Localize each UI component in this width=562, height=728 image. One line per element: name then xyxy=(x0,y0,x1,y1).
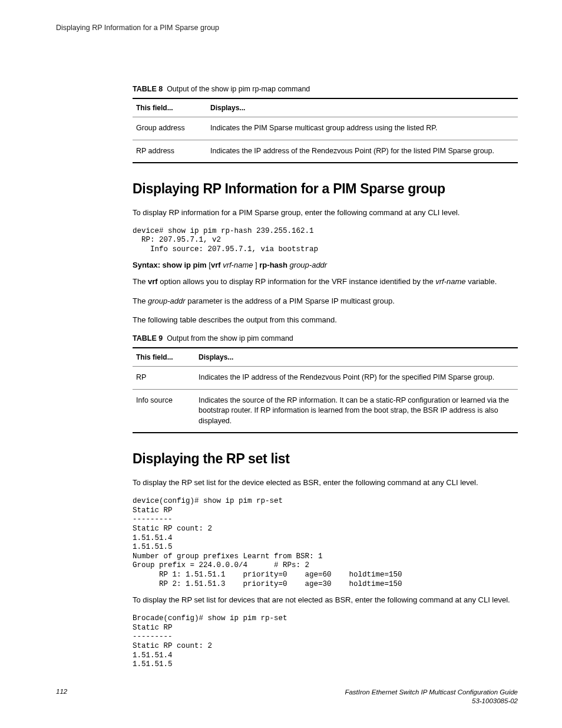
groupaddr-paragraph: The group-addr parameter is the address … xyxy=(133,296,518,307)
table8-cell-desc: Indicates the IP address of the Rendezvo… xyxy=(207,140,518,163)
section1-heading: Displaying RP Information for a PIM Spar… xyxy=(133,181,518,197)
table9-label: TABLE 9 xyxy=(133,334,163,342)
table8-header-field: This field... xyxy=(133,98,207,117)
table8-header-displays: Displays... xyxy=(207,98,518,117)
vrf-paragraph: The vrf option allows you to display RP … xyxy=(133,276,518,288)
text: parameter is the address of a PIM Sparse… xyxy=(186,297,395,305)
syntax-vrf: vrf xyxy=(211,261,221,269)
table-row: RP address Indicates the IP address of t… xyxy=(133,140,518,163)
table9-cell-field: Info source xyxy=(133,389,195,433)
table8-caption: TABLE 8 Output of the show ip pim rp-map… xyxy=(133,85,518,93)
text-ital: vrf-name xyxy=(435,277,465,286)
table9-caption-text: Output from the show ip pim command xyxy=(167,334,293,342)
section2-code1: device(config)# show ip pim rp-set Stati… xyxy=(133,497,518,589)
table-row: Group address Indicates the PIM Sparse m… xyxy=(133,117,518,140)
table8-cell-desc: Indicates the PIM Sparse multicast group… xyxy=(207,117,518,140)
syntax-rphash: rp-hash xyxy=(259,261,287,269)
table9-header-field: This field... xyxy=(133,348,195,367)
table-row: Info source Indicates the source of the … xyxy=(133,389,518,433)
footer-title: FastIron Ethernet Switch IP Multicast Co… xyxy=(345,689,518,696)
syntax-vrfname: vrf-name xyxy=(221,261,256,269)
table-row: RP Indicates the IP address of the Rende… xyxy=(133,367,518,390)
table8-label: TABLE 8 xyxy=(133,85,163,93)
section2-code2: Brocade(config)# show ip pim rp-set Stat… xyxy=(133,614,518,670)
syntax-line: Syntax: show ip pim [vrf vrf-name ] rp-h… xyxy=(133,261,518,269)
table9-cell-desc: Indicates the IP address of the Rendezvo… xyxy=(195,367,518,390)
table8: This field... Displays... Group address … xyxy=(133,98,518,163)
section2-mid: To display the RP set list for devices t… xyxy=(133,595,518,606)
syntax-prefix: Syntax: show ip pim xyxy=(133,261,207,269)
syntax-open: [ xyxy=(207,261,211,269)
table9-header-displays: Displays... xyxy=(195,348,518,367)
syntax-groupaddr: group-addr xyxy=(287,261,327,269)
table9-cell-field: RP xyxy=(133,367,195,390)
table9-caption: TABLE 9 Output from the show ip pim comm… xyxy=(133,334,518,342)
text: variable. xyxy=(466,277,497,286)
text: The xyxy=(133,297,148,305)
text-ital: group-addr xyxy=(148,297,186,305)
section2-intro: To display the RP set list for the devic… xyxy=(133,477,518,489)
page-footer: 112 FastIron Ethernet Switch IP Multicas… xyxy=(56,688,518,706)
section1-outro: The following table describes the output… xyxy=(133,315,518,326)
text: option allows you to display RP informat… xyxy=(158,277,436,286)
text: The xyxy=(133,277,148,286)
table8-cell-field: RP address xyxy=(133,140,207,163)
section1-code: device# show ip pim rp-hash 239.255.162.… xyxy=(133,227,518,255)
table8-caption-text: Output of the show ip pim rp-map command xyxy=(167,85,310,93)
text-bold: vrf xyxy=(148,277,158,286)
footer-docnum: 53-1003085-02 xyxy=(472,697,518,704)
section1-intro: To display RP information for a PIM Spar… xyxy=(133,207,518,219)
table8-cell-field: Group address xyxy=(133,117,207,140)
table9-cell-desc: Indicates the source of the RP informati… xyxy=(195,389,518,433)
page-number: 112 xyxy=(56,688,67,695)
table9: This field... Displays... RP Indicates t… xyxy=(133,347,518,433)
section2-heading: Displaying the RP set list xyxy=(133,451,518,467)
running-header: Displaying RP Information for a PIM Spar… xyxy=(56,24,518,32)
